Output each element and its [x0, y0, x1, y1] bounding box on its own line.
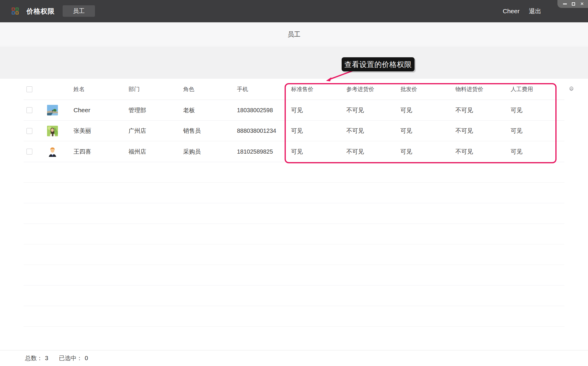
cell-labor: 可见 [511, 141, 522, 162]
table-header-row: 姓名 部门 角色 手机 标准售价 参考进货价 批发价 物料进货价 人工费用 [24, 79, 564, 100]
table-row[interactable]: 王四喜 福州店 采购员 18102589825 可见 不可见 可见 不可见 可见 [24, 141, 564, 162]
col-header-labor: 人工费用 [511, 79, 533, 100]
empty-row [24, 224, 564, 244]
selected-label: 已选中： [59, 354, 82, 362]
page-title: 员工 [288, 30, 300, 39]
empty-row [24, 306, 564, 327]
cell-name: 王四喜 [74, 141, 91, 162]
annotation-tooltip: 查看设置的价格权限 [342, 57, 415, 71]
employee-table: 姓名 部门 角色 手机 标准售价 参考进货价 批发价 物料进货价 人工费用 [0, 79, 588, 350]
row-checkbox[interactable] [26, 128, 32, 134]
status-bar: 总数： 3 已选中： 0 [0, 350, 588, 366]
col-header-wholesale: 批发价 [400, 79, 417, 100]
row-checkbox[interactable] [26, 107, 32, 113]
cell-reference: 不可见 [346, 100, 364, 120]
cell-wholesale: 可见 [400, 121, 412, 141]
cell-role: 销售员 [183, 121, 201, 141]
select-all-checkbox[interactable] [26, 86, 32, 92]
titlebar: 价格权限 员工 Cheer 退出 ✕ [0, 0, 588, 22]
user-name[interactable]: Cheer [503, 0, 519, 22]
empty-row [24, 265, 564, 286]
app-grid-icon [12, 8, 19, 15]
empty-row [24, 203, 564, 224]
cell-reference: 不可见 [346, 121, 364, 141]
cell-name: Cheer [74, 100, 90, 120]
table-row[interactable]: 张美丽 广州店 销售员 888038001234 可见 不可见 可见 不可见 可… [24, 121, 564, 141]
col-header-name: 姓名 [74, 79, 85, 100]
col-header-reference: 参考进货价 [346, 79, 374, 100]
avatar [47, 146, 58, 157]
cell-dept: 管理部 [128, 100, 146, 120]
cell-role: 采购员 [183, 141, 201, 162]
cell-dept: 广州店 [128, 121, 146, 141]
empty-row [24, 183, 564, 203]
cell-material: 不可见 [455, 121, 473, 141]
cell-phone: 18102589825 [237, 141, 273, 162]
cell-material: 不可见 [455, 141, 473, 162]
total-label: 总数： [25, 354, 43, 362]
app-title: 价格权限 [26, 0, 55, 22]
toolbar: 刷新 筛选 更多 [0, 47, 588, 79]
app-window: 价格权限 员工 Cheer 退出 ✕ 员工 刷新 [0, 0, 588, 366]
table-row[interactable]: Cheer 管理部 老板 18038002598 可见 不可见 可见 不可见 可… [24, 100, 564, 121]
window-controls: ✕ [557, 0, 588, 8]
empty-row [24, 162, 564, 183]
cell-phone: 888038001234 [237, 121, 276, 141]
cell-standard: 可见 [291, 121, 303, 141]
close-icon[interactable]: ✕ [580, 2, 584, 6]
col-header-phone: 手机 [237, 79, 248, 100]
avatar [47, 126, 58, 136]
cell-reference: 不可见 [346, 141, 364, 162]
cell-material: 不可见 [455, 100, 473, 120]
col-header-material: 物料进货价 [455, 79, 483, 100]
empty-row [24, 244, 564, 265]
cell-standard: 可见 [291, 141, 303, 162]
page-header: 员工 [0, 22, 588, 46]
col-header-standard: 标准售价 [291, 79, 313, 100]
col-header-dept: 部门 [128, 79, 140, 100]
cell-labor: 可见 [511, 100, 522, 120]
cell-dept: 福州店 [128, 141, 146, 162]
col-header-role: 角色 [183, 79, 194, 100]
cell-labor: 可见 [511, 121, 522, 141]
cell-standard: 可见 [291, 100, 303, 120]
minimize-icon[interactable] [563, 4, 567, 4]
cell-name: 张美丽 [74, 121, 91, 141]
empty-row [24, 286, 564, 306]
avatar [47, 105, 58, 115]
cell-wholesale: 可见 [400, 141, 412, 162]
logout-button[interactable]: 退出 [529, 0, 541, 22]
column-settings-gear-icon[interactable] [568, 79, 575, 100]
maximize-icon[interactable] [572, 2, 575, 6]
selected-count: 0 [85, 355, 88, 362]
cell-role: 老板 [183, 100, 195, 120]
row-checkbox[interactable] [26, 149, 32, 155]
tab-employees[interactable]: 员工 [63, 5, 95, 17]
cell-phone: 18038002598 [237, 100, 273, 120]
cell-wholesale: 可见 [400, 100, 412, 120]
total-count: 3 [45, 355, 48, 362]
